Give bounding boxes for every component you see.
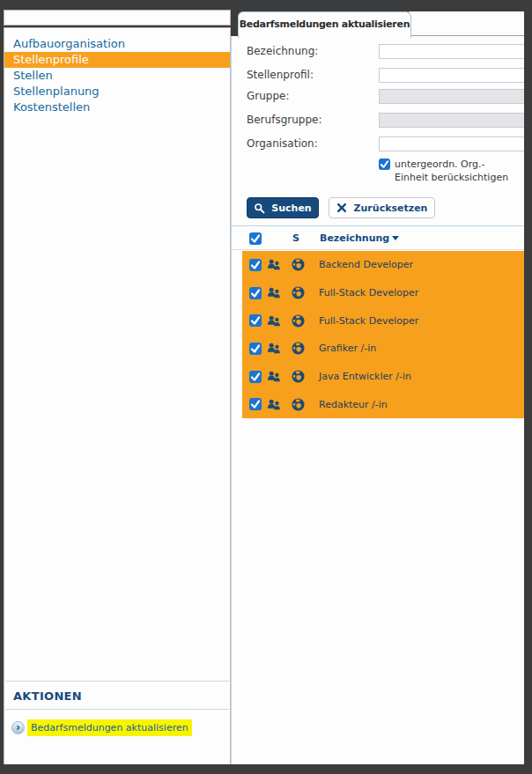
people-group-icon (267, 314, 282, 328)
row-label: Redakteur /-in (319, 399, 388, 410)
globe-icon (292, 342, 305, 355)
sidebar-item-kostenstellen[interactable]: Kostenstellen (4, 100, 230, 115)
window-frame (0, 0, 231, 10)
globe-icon (292, 398, 305, 411)
people-group-icon (267, 258, 282, 271)
magnifier-icon (254, 203, 265, 214)
row-label: Java Entwickler /-in (319, 371, 411, 382)
label-berufsgruppe: Berufsgruppe: (247, 113, 374, 128)
globe-icon (292, 314, 305, 328)
tab-bedarfsmeldungen-aktualisieren[interactable]: Bedarfsmeldungen aktualisieren (238, 11, 411, 38)
column-header-bezeichnung[interactable]: Bezeichnung (320, 232, 399, 244)
row-label: Full-Stack Developer (319, 287, 418, 299)
globe-icon (292, 370, 305, 383)
label-bezeichnung: Bezeichnung: (247, 44, 374, 59)
row-checkbox[interactable] (249, 314, 262, 327)
organisation-input[interactable] (379, 136, 530, 151)
people-group-icon (267, 398, 282, 411)
action-bedarfsmeldungen[interactable]: › Bedarfsmeldungen aktualisieren (11, 719, 192, 736)
sidebar-item-stellenplanung[interactable]: Stellenplanung (4, 84, 230, 100)
table-row[interactable]: Backend Developer (242, 251, 532, 279)
actions-heading: AKTIONEN (13, 689, 82, 703)
window-frame (0, 0, 4, 774)
table-row[interactable]: Grafiker /-in (242, 335, 532, 363)
sidebar-nav: Aufbauorganisation Stellenprofile Stelle… (4, 36, 230, 115)
label-gruppe: Gruppe: (247, 89, 374, 104)
column-header-status[interactable]: S (292, 232, 301, 244)
table-row[interactable]: Full-Stack Developer (242, 306, 532, 335)
select-all-checkbox[interactable] (249, 232, 262, 245)
x-cross-icon (336, 203, 347, 213)
stellenprofil-input[interactable] (379, 68, 530, 83)
table-header: S Bezeichnung (232, 227, 532, 249)
sidebar: Aufbauorganisation Stellenprofile Stelle… (4, 27, 231, 765)
zuruecksetzen-button[interactable]: Zurücksetzen (329, 197, 435, 218)
sidebar-item-aufbauorganisation[interactable]: Aufbauorganisation (4, 36, 230, 52)
table-row[interactable]: Full-Stack Developer (242, 279, 532, 307)
label-stellenprofil: Stellenprofil: (247, 68, 374, 83)
results-list: Backend Developer Full-Stack Developer F… (242, 251, 532, 418)
row-checkbox[interactable] (249, 398, 262, 410)
globe-icon (292, 286, 305, 299)
people-group-icon (267, 286, 282, 299)
table-row[interactable]: Redakteur /-in (242, 390, 532, 418)
window-frame (231, 0, 532, 11)
row-label: Full-Stack Developer (319, 315, 418, 327)
people-group-icon (267, 342, 282, 355)
org-einheit-checkbox-label: untergeordn. Org.-Einheit berücksichtige… (395, 158, 508, 183)
row-checkbox[interactable] (249, 259, 262, 271)
row-checkbox[interactable] (249, 287, 262, 299)
suchen-button[interactable]: Suchen (247, 197, 319, 218)
gruppe-input (379, 89, 530, 104)
window-frame (524, 0, 532, 774)
people-group-icon (267, 370, 282, 383)
table-row[interactable]: Java Entwickler /-in (242, 363, 532, 391)
row-checkbox[interactable] (249, 343, 262, 355)
sidebar-header-bar (4, 10, 231, 26)
row-label: Backend Developer (319, 259, 413, 270)
bezeichnung-input[interactable] (379, 44, 530, 59)
action-link-label[interactable]: Bedarfsmeldungen aktualisieren (27, 719, 192, 736)
berufsgruppe-input (379, 113, 530, 128)
globe-icon (292, 258, 305, 271)
table-header-top-border (232, 225, 524, 226)
row-checkbox[interactable] (249, 371, 262, 383)
org-einheit-checkbox-row: untergeordn. Org.-Einheit berücksichtige… (379, 158, 513, 184)
label-organisation: Organisation: (247, 136, 374, 151)
table-header-bottom-border (232, 249, 524, 250)
tab-bar (409, 11, 524, 36)
window-frame (0, 764, 532, 774)
triangle-down-icon (392, 236, 399, 240)
actions-divider-top (5, 681, 229, 682)
actions-divider-bottom (5, 709, 229, 710)
row-label: Grafiker /-in (319, 343, 376, 354)
app-window: Aufbauorganisation Stellenprofile Stelle… (0, 0, 532, 774)
org-einheit-checkbox[interactable] (379, 158, 390, 170)
chevron-right-circle-icon: › (11, 721, 25, 734)
sidebar-item-stellen[interactable]: Stellen (4, 68, 230, 84)
sidebar-item-stellenprofile[interactable]: Stellenprofile (4, 52, 230, 68)
